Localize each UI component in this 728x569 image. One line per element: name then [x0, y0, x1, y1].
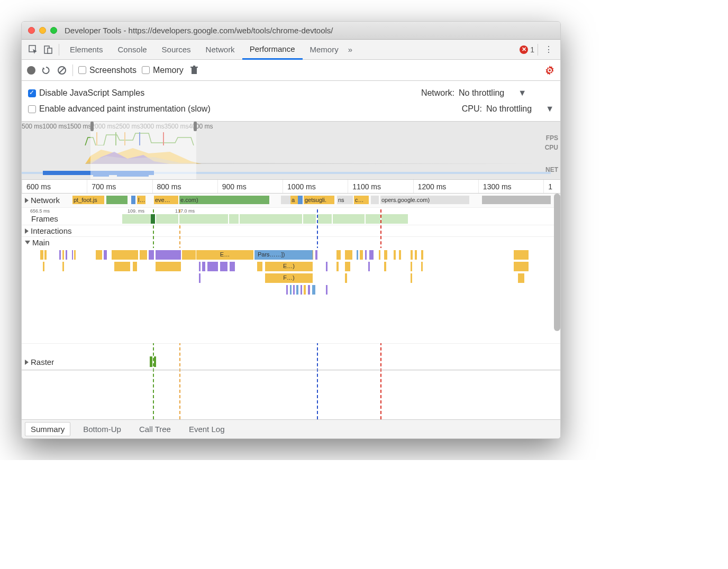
close-icon[interactable] — [28, 27, 35, 34]
network-item[interactable] — [131, 196, 135, 204]
timeline-overview[interactable]: 500 ms1000 ms1500 ms2000 ms2500 ms3000 m… — [22, 122, 560, 180]
network-item[interactable] — [482, 196, 551, 204]
main-track: Main — [22, 237, 560, 344]
svg-rect-20 — [62, 250, 64, 260]
raster-item[interactable] — [150, 356, 152, 367]
tab-performance[interactable]: Performance — [242, 40, 303, 60]
tab-sources[interactable]: Sources — [154, 40, 198, 60]
frame[interactable] — [240, 214, 302, 224]
network-item[interactable]: c… — [354, 196, 369, 204]
chevron-down-icon: ▼ — [545, 104, 554, 114]
frame[interactable] — [381, 214, 408, 224]
frame[interactable] — [151, 214, 155, 224]
svg-rect-43 — [411, 250, 413, 260]
svg-rect-17 — [40, 250, 43, 260]
settings-gear-icon[interactable] — [544, 65, 555, 76]
collapse-icon[interactable] — [25, 198, 29, 203]
network-throttle-dropdown[interactable]: No throttling ▼ — [459, 88, 554, 98]
window-title: Developer Tools - https://developers.goo… — [65, 26, 333, 35]
tab-summary[interactable]: Summary — [25, 422, 70, 436]
tab-event-log[interactable]: Event Log — [184, 423, 230, 436]
svg-rect-50 — [133, 262, 137, 271]
svg-rect-23 — [74, 250, 76, 260]
tab-call-tree[interactable]: Call Tree — [134, 423, 176, 436]
svg-rect-48 — [62, 262, 64, 271]
selection-handle-left[interactable] — [90, 122, 94, 131]
svg-rect-41 — [394, 250, 396, 260]
advanced-paint-checkbox[interactable]: Enable advanced paint instrumentation (s… — [28, 104, 211, 114]
device-toggle-icon[interactable] — [41, 42, 56, 57]
frame[interactable] — [318, 214, 332, 224]
record-button[interactable] — [27, 66, 35, 75]
collapse-icon[interactable] — [25, 228, 29, 234]
network-item[interactable]: ns — [337, 196, 353, 204]
frame[interactable] — [333, 214, 365, 224]
tab-network[interactable]: Network — [198, 40, 242, 60]
disable-js-checkbox[interactable]: Disable JavaScript Samples — [28, 88, 144, 98]
svg-rect-70 — [286, 285, 288, 295]
frame[interactable] — [366, 214, 380, 224]
zoom-icon[interactable] — [50, 27, 57, 34]
svg-rect-46 — [514, 250, 529, 260]
more-tabs[interactable]: » — [346, 40, 360, 60]
network-item[interactable] — [371, 196, 379, 204]
minimize-icon[interactable] — [39, 27, 46, 34]
track-label-network: Network — [31, 196, 60, 205]
divider — [72, 65, 73, 76]
inspect-icon[interactable] — [26, 42, 41, 57]
memory-checkbox[interactable]: Memory — [142, 66, 184, 75]
network-item[interactable] — [298, 196, 303, 204]
frames-track: 656.5 ms Frames 109. ms 117.0 ms — [22, 208, 560, 225]
frame[interactable] — [229, 214, 239, 224]
raster-item[interactable] — [154, 356, 156, 367]
frame[interactable] — [122, 214, 154, 224]
flame-bar[interactable]: F…) — [265, 273, 313, 283]
network-item[interactable] — [106, 196, 128, 204]
selection-handle-right[interactable] — [194, 122, 197, 131]
trash-icon[interactable] — [189, 65, 199, 76]
svg-line-4 — [59, 68, 65, 73]
network-item[interactable]: e.com) — [179, 196, 269, 204]
flame-bar[interactable]: E…) — [265, 262, 313, 271]
network-item[interactable]: a — [290, 196, 298, 204]
flame-bar[interactable]: E… — [196, 250, 253, 260]
collapse-icon[interactable] — [25, 241, 30, 244]
svg-rect-34 — [345, 250, 352, 260]
svg-rect-30 — [182, 250, 196, 260]
detail-ruler: 600 ms700 ms800 ms900 ms1000 ms1100 ms12… — [22, 180, 560, 194]
track-label-interactions: Interactions — [31, 226, 72, 235]
svg-rect-45 — [421, 250, 423, 260]
error-indicator[interactable]: ✕ 1 — [520, 45, 534, 54]
svg-rect-61 — [368, 262, 370, 271]
kebab-menu-icon[interactable]: ⋮ — [541, 42, 556, 57]
clear-icon[interactable] — [57, 65, 67, 76]
svg-rect-40 — [384, 250, 387, 260]
svg-rect-71 — [290, 285, 292, 295]
network-item[interactable]: getsugli. — [304, 196, 334, 204]
frame-time: 117.0 ms — [175, 208, 195, 214]
svg-rect-47 — [43, 262, 44, 271]
flame-bar[interactable]: Pars……]) — [254, 250, 313, 260]
network-item[interactable]: eve… — [154, 196, 178, 204]
reload-icon[interactable] — [41, 65, 51, 76]
tab-elements[interactable]: Elements — [62, 40, 111, 60]
frame[interactable] — [156, 214, 178, 224]
perf-toolbar: Screenshots Memory — [22, 60, 560, 81]
flame-chart[interactable]: Network pt_foot.js l… eve… e.com) a gets… — [22, 194, 560, 419]
scrollbar[interactable] — [554, 194, 560, 331]
overview-selection[interactable] — [90, 122, 196, 179]
main-row-3 — [40, 285, 532, 301]
tab-memory[interactable]: Memory — [303, 40, 346, 60]
network-item[interactable]: l… — [137, 196, 145, 204]
tab-console[interactable]: Console — [111, 40, 154, 60]
screenshots-checkbox[interactable]: Screenshots — [78, 66, 136, 75]
network-item[interactable]: opers.google.com) — [380, 196, 469, 204]
svg-rect-44 — [415, 250, 417, 260]
frame[interactable] — [179, 214, 228, 224]
frame[interactable] — [303, 214, 316, 224]
network-item[interactable] — [281, 196, 290, 204]
network-item[interactable]: pt_foot.js — [72, 196, 104, 204]
collapse-icon[interactable] — [25, 360, 29, 365]
tab-bottom-up[interactable]: Bottom-Up — [78, 423, 126, 436]
cpu-throttle-dropdown[interactable]: No throttling ▼ — [486, 104, 554, 114]
